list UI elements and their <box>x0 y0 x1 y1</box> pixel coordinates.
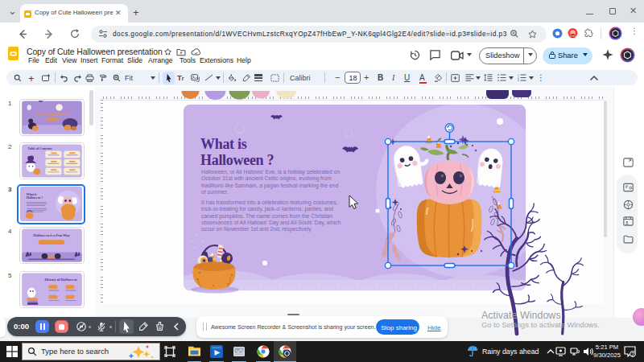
svg-text:3: 3 <box>518 79 519 81</box>
svg-text:Cute Halloween: Cute Halloween <box>36 112 68 117</box>
svg-text:Halloween is a Fun Way: Halloween is a Fun Way <box>33 233 70 237</box>
svg-text:History of Halloween: History of Halloween <box>45 278 77 282</box>
svg-text:0:00: 0:00 <box>570 35 576 38</box>
svg-text:Halloween ?: Halloween ? <box>27 196 43 200</box>
svg-text:What is: What is <box>27 193 37 196</box>
svg-text:2: 2 <box>631 352 634 357</box>
svg-text:Table of Contents: Table of Contents <box>27 146 52 150</box>
